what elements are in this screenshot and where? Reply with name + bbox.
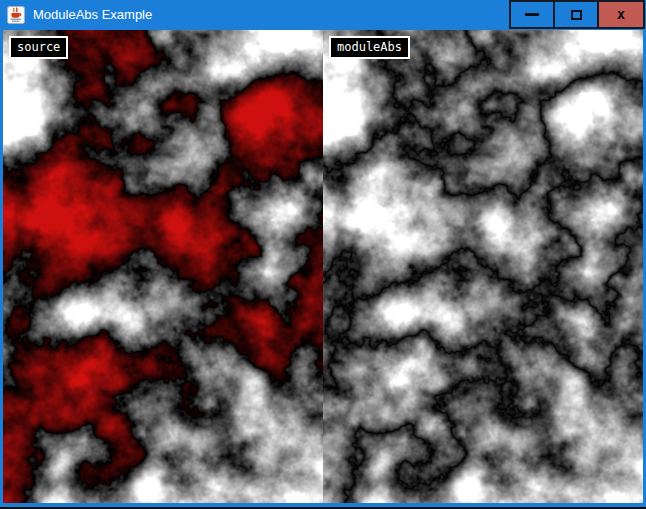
close-button[interactable]: x <box>597 0 645 29</box>
titlebar[interactable]: ModuleAbs Example x <box>0 0 646 30</box>
maximize-button[interactable] <box>553 0 599 29</box>
moduleabs-noise-image <box>323 30 643 503</box>
java-coffee-cup-icon <box>7 6 25 24</box>
minimize-icon <box>525 13 539 16</box>
source-label: source <box>9 36 68 59</box>
close-icon: x <box>617 7 625 21</box>
moduleabs-panel: moduleAbs <box>323 30 643 503</box>
moduleabs-label: moduleAbs <box>329 36 410 59</box>
content-area: source moduleAbs <box>0 30 646 503</box>
source-noise-image <box>3 30 323 503</box>
application-window: ModuleAbs Example x source moduleAbs <box>0 0 646 509</box>
window-title: ModuleAbs Example <box>33 0 152 30</box>
maximize-icon <box>571 10 582 20</box>
window-controls: x <box>509 0 645 29</box>
minimize-button[interactable] <box>509 0 555 29</box>
source-panel: source <box>3 30 323 503</box>
